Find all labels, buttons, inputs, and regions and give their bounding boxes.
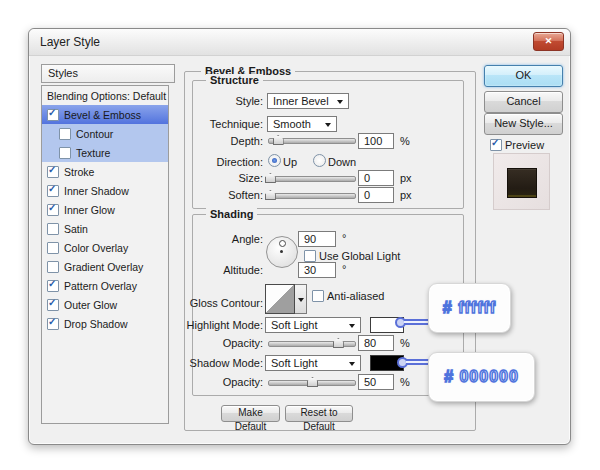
style-enable-checkbox[interactable] bbox=[47, 185, 59, 197]
direction-up-label: Up bbox=[283, 156, 297, 168]
shadow-mode-label: Shadow Mode: bbox=[147, 357, 263, 369]
gloss-contour-thumbnail[interactable] bbox=[265, 284, 295, 314]
use-global-light-label: Use Global Light bbox=[319, 250, 400, 262]
shadow-opacity-input[interactable]: 50 bbox=[358, 374, 394, 390]
angle-unit: ° bbox=[342, 232, 346, 244]
use-global-light-checkbox[interactable] bbox=[304, 250, 316, 262]
technique-value: Smooth bbox=[273, 118, 311, 130]
sidebar-item-label: Pattern Overlay bbox=[64, 280, 137, 292]
highlight-opacity-label: Opacity: bbox=[147, 337, 263, 349]
technique-dropdown[interactable]: Smooth bbox=[267, 116, 337, 132]
altitude-label: Altitude: bbox=[147, 264, 263, 276]
connector-line bbox=[406, 359, 430, 365]
style-enable-checkbox[interactable] bbox=[47, 261, 59, 273]
chevron-down-icon bbox=[349, 362, 355, 366]
sidebar-item-pattern-overlay[interactable]: Pattern Overlay bbox=[42, 276, 168, 295]
sidebar-item-label: Gradient Overlay bbox=[64, 261, 143, 273]
gloss-contour-dropdown-button[interactable] bbox=[295, 284, 307, 314]
close-icon: ✕ bbox=[545, 36, 553, 46]
soften-slider[interactable] bbox=[268, 193, 356, 199]
highlight-opacity-unit: % bbox=[400, 337, 410, 349]
sidebar-item-label: Inner Glow bbox=[64, 204, 115, 216]
highlight-mode-dropdown[interactable]: Soft Light bbox=[265, 317, 361, 333]
style-enable-checkbox[interactable] bbox=[47, 109, 59, 121]
depth-label: Depth: bbox=[147, 135, 263, 147]
technique-label: Technique: bbox=[147, 118, 263, 130]
cancel-button[interactable]: Cancel bbox=[484, 91, 563, 113]
direction-label: Direction: bbox=[147, 156, 263, 168]
titlebar[interactable]: Layer Style ✕ bbox=[29, 29, 570, 56]
highlight-opacity-input[interactable]: 80 bbox=[358, 335, 394, 351]
highlight-opacity-slider[interactable] bbox=[268, 341, 356, 347]
angle-label: Angle: bbox=[147, 233, 263, 245]
anti-aliased-label: Anti-aliased bbox=[327, 290, 384, 302]
styles-header: Styles bbox=[41, 64, 175, 83]
dialog-title: Layer Style bbox=[40, 35, 100, 49]
style-enable-checkbox[interactable] bbox=[47, 280, 59, 292]
sidebar-item-label: Contour bbox=[76, 128, 113, 140]
close-button[interactable]: ✕ bbox=[533, 32, 564, 51]
size-slider[interactable] bbox=[268, 176, 356, 182]
size-input[interactable]: 0 bbox=[358, 170, 394, 186]
connector-line bbox=[404, 319, 430, 325]
angle-input[interactable]: 90 bbox=[298, 231, 336, 247]
style-enable-checkbox[interactable] bbox=[47, 223, 59, 235]
shadow-opacity-slider[interactable] bbox=[268, 380, 356, 386]
anti-aliased-checkbox[interactable] bbox=[312, 290, 324, 302]
altitude-unit: ° bbox=[342, 263, 346, 275]
style-enable-checkbox[interactable] bbox=[47, 204, 59, 216]
direction-up-radio[interactable] bbox=[268, 154, 281, 167]
style-label: Style: bbox=[147, 95, 263, 107]
shadow-mode-dropdown[interactable]: Soft Light bbox=[265, 355, 361, 371]
ok-button[interactable]: OK bbox=[484, 65, 563, 87]
sidebar-item-label: Drop Shadow bbox=[64, 318, 128, 330]
style-enable-checkbox[interactable] bbox=[47, 299, 59, 311]
preview-checkbox[interactable] bbox=[490, 139, 502, 151]
soften-label: Soften: bbox=[147, 189, 263, 201]
reset-to-default-button[interactable]: Reset to Default bbox=[285, 405, 353, 422]
styles-header-label: Styles bbox=[48, 67, 78, 79]
depth-slider[interactable] bbox=[268, 138, 356, 144]
shadow-mode-value: Soft Light bbox=[271, 357, 317, 369]
style-enable-checkbox[interactable] bbox=[59, 128, 71, 140]
chevron-down-icon bbox=[349, 324, 355, 328]
size-label: Size: bbox=[147, 172, 263, 184]
depth-input[interactable]: 100 bbox=[358, 133, 394, 149]
chevron-down-icon bbox=[325, 123, 331, 127]
callout-highlight-hex: # ffffff bbox=[428, 283, 511, 333]
style-enable-checkbox[interactable] bbox=[47, 318, 59, 330]
sidebar-item-inner-glow[interactable]: Inner Glow bbox=[42, 200, 168, 219]
soften-input[interactable]: 0 bbox=[358, 187, 394, 203]
structure-title: Structure bbox=[206, 74, 263, 86]
angle-dial[interactable] bbox=[266, 236, 298, 268]
gloss-contour-label: Gloss Contour: bbox=[147, 297, 263, 309]
callout-shadow-hex: # 000000 bbox=[428, 352, 535, 402]
direction-down-radio[interactable] bbox=[313, 154, 326, 167]
shadow-opacity-label: Opacity: bbox=[147, 376, 263, 388]
size-unit: px bbox=[400, 172, 412, 184]
style-enable-checkbox[interactable] bbox=[47, 242, 59, 254]
shadow-opacity-unit: % bbox=[400, 376, 410, 388]
preview-layer-swatch bbox=[507, 168, 537, 198]
chevron-down-icon bbox=[337, 100, 343, 104]
new-style-button[interactable]: New Style... bbox=[484, 113, 563, 135]
direction-down-label: Down bbox=[328, 156, 356, 168]
highlight-mode-label: Highlight Mode: bbox=[147, 319, 263, 331]
make-default-button[interactable]: Make Default bbox=[221, 405, 280, 422]
style-dropdown[interactable]: Inner Bevel bbox=[267, 93, 349, 109]
altitude-input[interactable]: 30 bbox=[298, 262, 336, 278]
sidebar-item-label: Texture bbox=[76, 147, 110, 159]
chevron-down-icon bbox=[298, 298, 304, 302]
highlight-mode-value: Soft Light bbox=[271, 319, 317, 331]
angle-dial-center bbox=[280, 250, 283, 253]
soften-unit: px bbox=[400, 189, 412, 201]
screenshot-canvas: Layer Style ✕ Styles Blending Options: D… bbox=[0, 0, 600, 470]
style-enable-checkbox[interactable] bbox=[47, 166, 59, 178]
style-enable-checkbox[interactable] bbox=[59, 147, 71, 159]
depth-unit: % bbox=[400, 135, 410, 147]
style-value: Inner Bevel bbox=[273, 95, 329, 107]
shading-title: Shading bbox=[206, 208, 257, 220]
angle-dial-marker bbox=[279, 240, 286, 247]
sidebar-item-label: Color Overlay bbox=[64, 242, 128, 254]
sidebar-item-label: Outer Glow bbox=[64, 299, 117, 311]
